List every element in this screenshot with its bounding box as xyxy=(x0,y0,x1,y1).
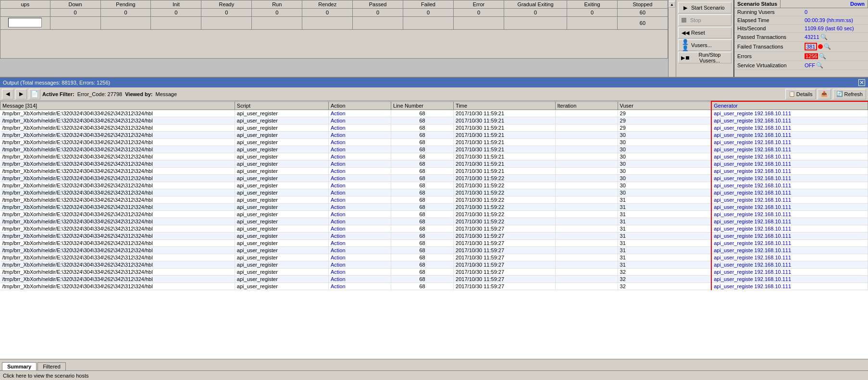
copy-button[interactable]: 📄 xyxy=(29,89,40,99)
table-row[interactable]: /tmp/brr_XbXorh/neldir/E:\320\324\304\33… xyxy=(0,132,868,139)
errors-search-icon[interactable]: 🔍 xyxy=(819,53,826,60)
table-row[interactable]: /tmp/brr_XbXorh/neldir/E:\320\324\304\33… xyxy=(0,261,868,269)
table-cell: api_user_registe 192.168.10.111 xyxy=(711,153,868,160)
table-cell: Action xyxy=(328,124,391,132)
table-row[interactable]: /tmp/brr_XbXorh/neldir/E:\320\324\304\33… xyxy=(0,110,868,117)
table-cell: /tmp/brr_XbXorh/neldir/E:\320\324\304\33… xyxy=(0,168,235,175)
group-input[interactable] xyxy=(8,18,42,27)
back-button[interactable]: ◀ xyxy=(2,89,13,99)
output-section: Output (Total messages: 88193, Errors: 1… xyxy=(0,77,868,380)
passed-trans-search-icon[interactable]: 🔍 xyxy=(820,34,828,40)
table-cell: 31 xyxy=(618,218,711,225)
active-filter-label: Active Filter: xyxy=(42,91,74,97)
cell-pending-2 xyxy=(100,17,151,30)
output-table-container[interactable]: Message [314] Script Action Line Number … xyxy=(0,101,868,359)
table-cell: 68 xyxy=(391,160,454,168)
table-row[interactable]: /tmp/brr_XbXorh/neldir/E:\320\324\304\33… xyxy=(0,182,868,189)
table-row[interactable]: /tmp/brr_XbXorh/neldir/E:\320\324\304\33… xyxy=(0,247,868,254)
table-cell: api_user_registe 192.168.10.111 xyxy=(711,168,868,175)
table-cell xyxy=(555,196,618,204)
table-row[interactable]: /tmp/brr_XbXorh/neldir/E:\320\324\304\33… xyxy=(0,204,868,211)
table-cell: 68 xyxy=(391,146,454,153)
table-cell: 68 xyxy=(391,240,454,247)
service-virt-value: OFF 🔍 xyxy=(802,61,868,70)
table-cell: 68 xyxy=(391,110,454,117)
table-row[interactable]: /tmp/brr_XbXorh/neldir/E:\320\324\304\33… xyxy=(0,276,868,283)
table-row[interactable]: /tmp/brr_XbXorh/neldir/E:\320\324\304\33… xyxy=(0,233,868,240)
refresh-icon: 🔄 xyxy=(836,91,843,97)
details-button[interactable]: 📋 Details xyxy=(785,89,816,99)
cell-run: 0 xyxy=(252,9,302,17)
table-cell: api_user_register xyxy=(235,132,328,139)
table-cell: 68 xyxy=(391,276,454,283)
table-cell: Action xyxy=(328,276,391,283)
start-scenario-button[interactable]: ▶ Start Scenario xyxy=(678,2,732,13)
cell-gradual-exiting: 0 xyxy=(504,9,567,17)
refresh-button[interactable]: 🔄 Refresh xyxy=(833,89,866,99)
errors-value: 1256 🔍 xyxy=(802,52,868,61)
cell-failed-2 xyxy=(403,17,454,30)
col-vuser: Vuser xyxy=(618,101,711,110)
details-icon: 📋 xyxy=(789,91,795,97)
tab-filtered[interactable]: Filtered xyxy=(37,362,66,370)
table-cell: 2017/10/30 11:59:21 xyxy=(454,168,555,175)
table-row[interactable]: /tmp/brr_XbXorh/neldir/E:\320\324\304\33… xyxy=(0,146,868,153)
table-header-row: Message [314] Script Action Line Number … xyxy=(0,101,868,110)
table-row[interactable]: /tmp/brr_XbXorh/neldir/E:\320\324\304\33… xyxy=(0,218,868,225)
table-row[interactable]: /tmp/brr_XbXorh/neldir/E:\320\324\304\33… xyxy=(0,283,868,290)
table-cell: Action xyxy=(328,117,391,124)
table-row[interactable]: /tmp/brr_XbXorh/neldir/E:\320\324\304\33… xyxy=(0,225,868,233)
table-cell: 2017/10/30 11:59:27 xyxy=(454,225,555,233)
table-row[interactable]: /tmp/brr_XbXorh/neldir/E:\320\324\304\33… xyxy=(0,139,868,146)
table-row[interactable]: /tmp/brr_XbXorh/neldir/E:\320\324\304\33… xyxy=(0,269,868,276)
stop-button[interactable]: Stop xyxy=(678,14,732,26)
table-row[interactable]: /tmp/brr_XbXorh/neldir/E:\320\324\304\33… xyxy=(0,124,868,132)
table-cell: 68 xyxy=(391,175,454,182)
table-cell: Action xyxy=(328,189,391,196)
groups-area: ups Down Pending Init Ready Run Rendez P… xyxy=(0,0,668,77)
table-row[interactable]: /tmp/brr_XbXorh/neldir/E:\320\324\304\33… xyxy=(0,160,868,168)
scroll-up-arrow[interactable]: ▲ xyxy=(669,1,675,8)
table-cell: /tmp/brr_XbXorh/neldir/E:\320\324\304\33… xyxy=(0,110,235,117)
scenario-down-value: Down xyxy=(847,0,868,8)
output-toolbar: ◀ ▶ 📄 Active Filter: Error_Code: 27798 V… xyxy=(0,87,868,101)
table-cell xyxy=(555,269,618,276)
table-row[interactable]: /tmp/brr_XbXorh/neldir/E:\320\324\304\33… xyxy=(0,211,868,218)
table-row[interactable]: /tmp/brr_XbXorh/neldir/E:\320\324\304\33… xyxy=(0,189,868,196)
reset-icon: ◀◀ xyxy=(682,29,689,37)
table-cell: /tmp/brr_XbXorh/neldir/E:\320\324\304\33… xyxy=(0,233,235,240)
table-cell xyxy=(555,132,618,139)
table-row[interactable]: /tmp/brr_XbXorh/neldir/E:\320\324\304\33… xyxy=(0,254,868,261)
table-cell: 2017/10/30 11:59:21 xyxy=(454,153,555,160)
export-button[interactable]: 📤 xyxy=(818,89,831,99)
table-cell: api_user_register xyxy=(235,168,328,175)
cell-ups-2 xyxy=(0,17,50,30)
table-cell: 31 xyxy=(618,211,711,218)
table-row[interactable]: /tmp/brr_XbXorh/neldir/E:\320\324\304\33… xyxy=(0,196,868,204)
table-row[interactable]: /tmp/brr_XbXorh/neldir/E:\320\324\304\33… xyxy=(0,240,868,247)
table-row[interactable]: /tmp/brr_XbXorh/neldir/E:\320\324\304\33… xyxy=(0,175,868,182)
failed-trans-search-icon[interactable]: 🔍 xyxy=(824,43,831,50)
tab-summary[interactable]: Summary xyxy=(2,362,37,370)
table-row[interactable]: /tmp/brr_XbXorh/neldir/E:\320\324\304\33… xyxy=(0,168,868,175)
output-close-button[interactable]: ✕ xyxy=(858,79,865,86)
service-virt-search-icon[interactable]: 🔍 xyxy=(816,62,823,69)
table-cell: api_user_registe 192.168.10.111 xyxy=(711,211,868,218)
table-cell: api_user_registe 192.168.10.111 xyxy=(711,182,868,189)
run-stop-vusers-button[interactable]: ▶⏹ Run/Stop Vusers... xyxy=(678,52,732,63)
failed-trans-row: Failed Transactions 381 🔍 xyxy=(734,42,868,52)
cell-passed: 0 xyxy=(353,9,403,17)
table-cell: api_user_register xyxy=(235,117,328,124)
status-bar[interactable]: Click here to view the scenario hosts xyxy=(0,370,868,380)
col-ready: Ready xyxy=(201,0,252,9)
forward-button[interactable]: ▶ xyxy=(15,89,27,99)
table-row[interactable]: /tmp/brr_XbXorh/neldir/E:\320\324\304\33… xyxy=(0,117,868,124)
cell-run-2 xyxy=(252,17,302,30)
table-cell: 29 xyxy=(618,110,711,117)
reset-button[interactable]: ◀◀ Reset xyxy=(678,27,732,38)
table-cell: 2017/10/30 11:59:27 xyxy=(454,269,555,276)
vusers-button[interactable]: 👤👤 Vusers... xyxy=(678,39,732,51)
table-row[interactable]: /tmp/brr_XbXorh/neldir/E:\320\324\304\33… xyxy=(0,153,868,160)
table-cell xyxy=(555,182,618,189)
col-action: Action xyxy=(328,101,391,110)
